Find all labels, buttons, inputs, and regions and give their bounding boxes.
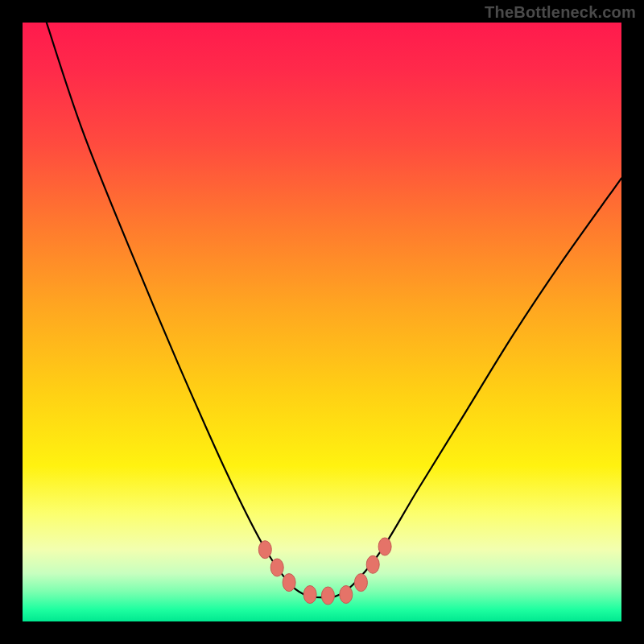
chart-marker	[354, 574, 367, 592]
chart-marker	[366, 555, 379, 573]
bottleneck-curve	[47, 23, 621, 597]
chart-marker	[303, 586, 316, 604]
chart-marker	[270, 559, 283, 576]
chart-marker	[283, 574, 295, 592]
chart-frame: TheBottleneck.com	[0, 0, 644, 644]
chart-marker	[378, 538, 391, 555]
chart-svg	[23, 23, 621, 621]
chart-marker	[258, 541, 271, 559]
chart-marker	[340, 586, 353, 604]
chart-plot-area	[23, 23, 621, 621]
attribution-text: TheBottleneck.com	[485, 3, 636, 22]
chart-markers	[258, 538, 391, 605]
chart-marker	[321, 587, 334, 605]
